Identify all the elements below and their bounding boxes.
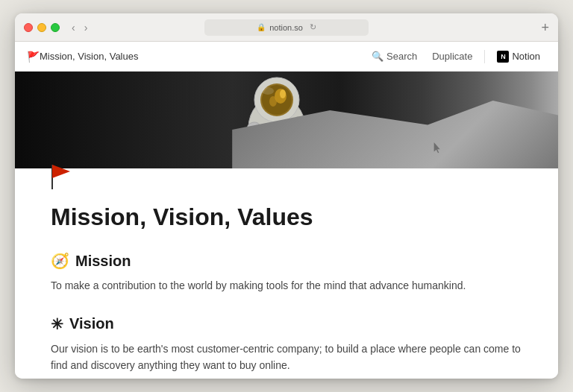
mission-heading: 🧭 Mission xyxy=(51,252,522,270)
mission-heading-text: Mission xyxy=(75,253,131,270)
svg-point-6 xyxy=(269,96,277,107)
address-bar[interactable]: 🔒 notion.so ↻ xyxy=(204,19,369,36)
vision-heading: ✳ Vision xyxy=(51,315,522,333)
minimize-button[interactable] xyxy=(37,23,46,32)
mission-section: 🧭 Mission To make a contribution to the … xyxy=(51,252,522,294)
page-flag-icon: 🚩 xyxy=(27,51,40,63)
title-bar: ‹ › 🔒 notion.so ↻ + xyxy=(15,13,558,42)
refresh-button[interactable]: ↻ xyxy=(310,22,316,32)
page-main-title: Mission, Vision, Values xyxy=(51,203,522,231)
flag-container xyxy=(15,161,558,194)
search-icon: 🔍 xyxy=(372,51,383,62)
lock-icon: 🔒 xyxy=(257,23,266,31)
svg-marker-14 xyxy=(52,165,70,178)
back-button[interactable]: ‹ xyxy=(69,20,78,35)
toolbar: 🚩 Mission, Vision, Values 🔍 Search Dupli… xyxy=(15,42,558,72)
vision-emoji: ✳ xyxy=(51,315,63,333)
svg-point-5 xyxy=(280,89,286,98)
content-area: Mission, Vision, Values 🧭 Mission To mak… xyxy=(15,194,558,379)
notion-button[interactable]: N Notion xyxy=(491,48,546,66)
svg-point-7 xyxy=(262,87,274,95)
vision-text: Our vision is to be earth's most custome… xyxy=(51,341,522,374)
close-button[interactable] xyxy=(24,23,33,32)
vision-section: ✳ Vision Our vision is to be earth's mos… xyxy=(51,315,522,374)
url-text: notion.so xyxy=(269,23,303,32)
toolbar-page-title: Mission, Vision, Values xyxy=(40,51,138,62)
forward-button[interactable]: › xyxy=(81,20,91,35)
duplicate-button[interactable]: Duplicate xyxy=(426,48,478,65)
hero-image xyxy=(15,72,558,168)
notion-logo: N xyxy=(497,51,509,63)
toolbar-divider xyxy=(484,50,485,63)
search-button[interactable]: 🔍 Search xyxy=(366,48,423,65)
traffic-lights xyxy=(24,23,60,32)
toolbar-right: 🔍 Search Duplicate N Notion xyxy=(366,48,546,66)
browser-window: ‹ › 🔒 notion.so ↻ + 🚩 Mission, Vision, V… xyxy=(15,13,558,379)
mission-emoji: 🧭 xyxy=(51,252,69,270)
mission-text: To make a contribution to the world by m… xyxy=(51,277,522,294)
nav-buttons: ‹ › xyxy=(69,20,90,35)
flag-icon xyxy=(45,161,75,191)
page-content: Mission, Vision, Values 🧭 Mission To mak… xyxy=(15,72,558,379)
maximize-button[interactable] xyxy=(51,23,60,32)
new-tab-button[interactable]: + xyxy=(541,21,549,34)
vision-heading-text: Vision xyxy=(69,315,114,332)
